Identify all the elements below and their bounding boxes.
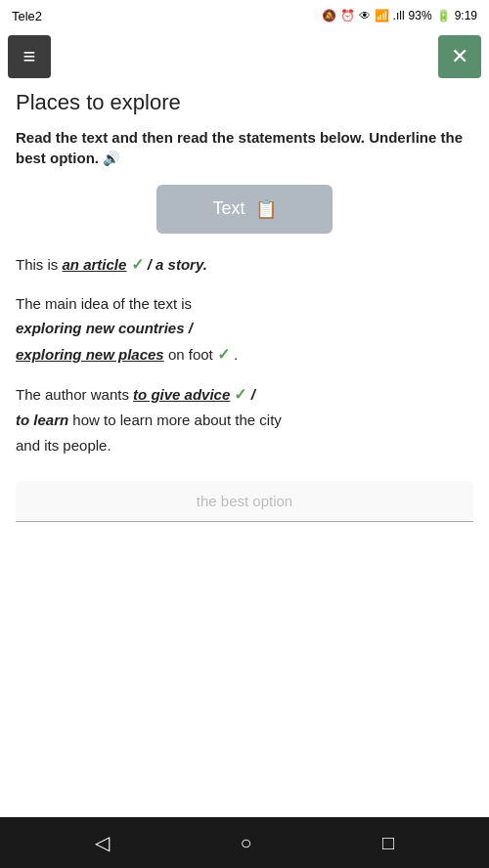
statement-1-separator: /: [148, 256, 156, 273]
recent-icon: □: [382, 832, 394, 853]
close-icon: ✕: [451, 44, 468, 69]
statement-3-line1: The author wants: [16, 386, 133, 403]
alarm-icon: ⏰: [340, 9, 355, 22]
battery-icon: 🔋: [436, 9, 451, 22]
statement-2: The main idea of the text is exploring n…: [16, 291, 473, 368]
statement-2-line1: The main idea of the text is: [16, 295, 192, 312]
statement-1-option-a[interactable]: an article: [63, 256, 127, 273]
checkmark-3: ✓: [234, 386, 246, 403]
statement-3-option-b[interactable]: to learn: [16, 412, 68, 428]
instruction-text: Read the text and then read the statemen…: [16, 127, 473, 169]
statement-1: This is an article ✓ / a story.: [16, 251, 473, 278]
text-button-icon: 📋: [255, 198, 277, 220]
text-button[interactable]: Text 📋: [156, 185, 333, 234]
checkmark-2: ✓: [217, 346, 230, 363]
statement-2-period: .: [234, 346, 238, 363]
menu-icon: ≡: [23, 44, 36, 69]
statement-3-separator: /: [251, 386, 255, 403]
statement-1-option-b[interactable]: a story.: [156, 256, 207, 273]
wifi-icon: 📶: [375, 9, 389, 22]
status-bar: Tele2 🔕 ⏰ 👁 📶 .ıll 93% 🔋 9:19: [0, 0, 489, 31]
best-option-input[interactable]: [16, 481, 473, 522]
battery-label: 93%: [409, 9, 432, 22]
recent-button[interactable]: □: [363, 824, 414, 862]
silent-icon: 🔕: [322, 9, 336, 22]
menu-button[interactable]: ≡: [8, 35, 51, 78]
statement-3: The author wants to give advice ✓ / to l…: [16, 381, 473, 457]
statement-2-option-b[interactable]: exploring new places: [16, 346, 164, 363]
page-title: Places to explore: [0, 82, 489, 127]
signal-icon: .ıll: [393, 9, 405, 22]
back-button[interactable]: ◁: [75, 823, 129, 862]
text-button-label: Text: [212, 198, 244, 219]
statement-3-suffix: how to learn more about the city: [72, 412, 281, 428]
time-label: 9:19: [455, 9, 477, 22]
status-icons: 🔕 ⏰ 👁 📶 .ıll 93% 🔋 9:19: [322, 9, 477, 22]
checkmark-1: ✓: [131, 256, 144, 273]
bottom-nav: ◁ ○ □: [0, 817, 489, 868]
statement-3-option-a[interactable]: to give advice: [133, 386, 230, 403]
statement-3-line3: and its people.: [16, 437, 111, 454]
top-bar: ≡ ✕: [0, 31, 489, 82]
statement-1-prefix: This is: [16, 256, 63, 273]
text-button-container: Text 📋: [16, 185, 473, 234]
input-area: [16, 481, 473, 522]
sound-icon[interactable]: 🔊: [103, 151, 119, 166]
content-area: Read the text and then read the statemen…: [0, 127, 489, 457]
home-button[interactable]: ○: [220, 824, 271, 862]
eye-icon: 👁: [359, 9, 371, 22]
statement-2-suffix: on foot: [168, 346, 213, 363]
close-button[interactable]: ✕: [438, 35, 481, 78]
home-icon: ○: [240, 832, 251, 853]
carrier-label: Tele2: [12, 9, 42, 23]
statement-2-option-a[interactable]: exploring new countries /: [16, 320, 193, 336]
back-icon: ◁: [95, 832, 110, 853]
